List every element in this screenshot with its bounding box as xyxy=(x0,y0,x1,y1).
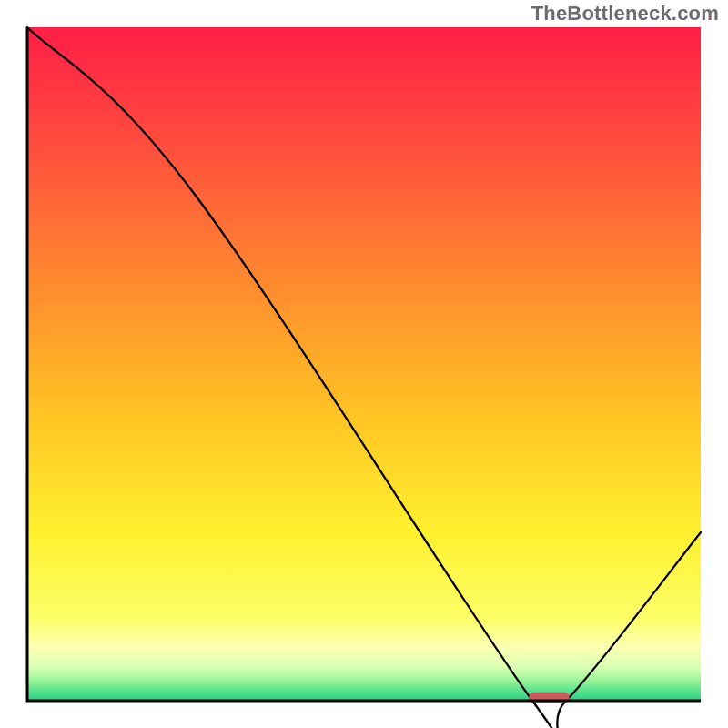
plot-background xyxy=(27,27,701,701)
chart-container: TheBottleneck.com xyxy=(0,0,728,728)
bottleneck-chart xyxy=(0,0,728,728)
plot-area xyxy=(27,27,701,728)
